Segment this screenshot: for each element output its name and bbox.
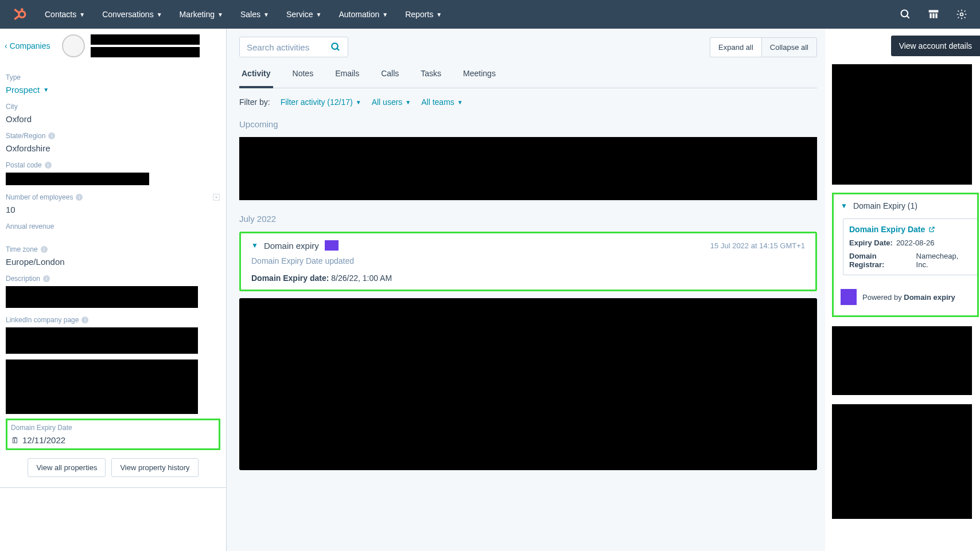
chevron-down-icon: ▼ bbox=[382, 11, 388, 18]
redacted-block bbox=[832, 404, 972, 519]
prop-revenue-label: Annual revenue bbox=[6, 222, 220, 230]
chevron-down-icon: ▼ bbox=[79, 11, 85, 18]
nav-conversations[interactable]: Conversations▼ bbox=[102, 10, 162, 19]
svg-rect-7 bbox=[930, 13, 931, 18]
prop-timezone-value[interactable]: Europe/London bbox=[6, 257, 220, 267]
nav-reports[interactable]: Reports▼ bbox=[405, 10, 442, 19]
svg-line-5 bbox=[907, 16, 909, 18]
marketplace-icon[interactable] bbox=[927, 7, 940, 21]
nav-automation[interactable]: Automation▼ bbox=[339, 10, 388, 19]
domain-expiry-record[interactable]: Domain Expiry Date Expiry Date:2022-08-2… bbox=[843, 218, 977, 275]
info-icon[interactable]: i bbox=[76, 194, 83, 201]
tab-notes[interactable]: Notes bbox=[290, 63, 316, 88]
search-input[interactable] bbox=[247, 42, 321, 52]
chevron-down-icon: ▼ bbox=[457, 99, 463, 105]
activity-subtitle: Domain Expiry Date updated bbox=[251, 256, 805, 265]
prop-description-label: Descriptioni bbox=[6, 275, 220, 283]
tab-activity[interactable]: Activity bbox=[239, 63, 273, 88]
chevron-down-icon: ▼ bbox=[157, 11, 162, 18]
settings-gear-icon[interactable] bbox=[955, 7, 969, 21]
expand-all-button[interactable]: Expand all bbox=[710, 37, 761, 57]
info-icon[interactable]: i bbox=[41, 246, 48, 253]
nav-service[interactable]: Service▼ bbox=[286, 10, 322, 19]
expiry-date-value: 2022-08-26 bbox=[896, 239, 935, 247]
prop-postal-label: Postal codei bbox=[6, 161, 220, 169]
collapse-chevron-icon[interactable]: ▼ bbox=[251, 241, 258, 249]
svg-point-12 bbox=[215, 196, 217, 198]
hubspot-logo[interactable] bbox=[11, 6, 28, 22]
nav-marketing[interactable]: Marketing▼ bbox=[180, 10, 223, 19]
redacted-text bbox=[91, 34, 200, 45]
expiry-date-label: Expiry Date: bbox=[849, 239, 893, 247]
company-name bbox=[91, 34, 200, 57]
svg-line-1 bbox=[14, 9, 20, 13]
prop-type-label: Type bbox=[6, 73, 220, 81]
svg-rect-6 bbox=[929, 10, 939, 13]
activity-title: Domain expiry bbox=[264, 241, 319, 251]
registrar-value: Namecheap, Inc. bbox=[916, 252, 971, 269]
chevron-down-icon: ▼ bbox=[405, 99, 411, 105]
chevron-down-icon: ▼ bbox=[217, 11, 223, 18]
filter-by-label: Filter by: bbox=[239, 97, 270, 107]
right-sidebar: View account details ▼ Domain Expiry (1)… bbox=[825, 29, 980, 551]
app-badge-icon bbox=[325, 240, 339, 251]
svg-point-10 bbox=[960, 13, 963, 16]
activity-panel: Expand all Collapse all Activity Notes E… bbox=[227, 29, 825, 551]
tab-tasks[interactable]: Tasks bbox=[418, 63, 444, 88]
activity-tabs: Activity Notes Emails Calls Tasks Meetin… bbox=[239, 63, 817, 88]
prop-city-label: City bbox=[6, 103, 220, 111]
chevron-down-icon: ▼ bbox=[316, 11, 322, 18]
info-icon[interactable]: i bbox=[81, 316, 88, 323]
redacted-text bbox=[91, 47, 200, 57]
activity-timestamp: 15 Jul 2022 at 14:15 GMT+1 bbox=[710, 241, 805, 250]
prop-domain-expiry-label: Domain Expiry Date bbox=[11, 424, 215, 432]
prop-linkedin-label: LinkedIn company pagei bbox=[6, 316, 220, 324]
tab-calls[interactable]: Calls bbox=[379, 63, 401, 88]
view-account-details-button[interactable]: View account details bbox=[891, 36, 980, 56]
filter-activity-dropdown[interactable]: Filter activity (12/17)▼ bbox=[281, 97, 361, 107]
view-all-properties-button[interactable]: View all properties bbox=[28, 458, 106, 477]
powered-by: Powered by Domain expiry bbox=[841, 289, 970, 305]
view-property-history-button[interactable]: View property history bbox=[111, 458, 198, 477]
collapse-chevron-icon[interactable]: ▼ bbox=[841, 202, 847, 210]
company-avatar[interactable] bbox=[62, 34, 85, 57]
left-sidebar: ‹Companies Type Prospect▼ City Oxford St… bbox=[0, 29, 227, 551]
prop-city-value[interactable]: Oxford bbox=[6, 114, 220, 124]
info-icon[interactable]: i bbox=[45, 162, 52, 169]
prop-type-value[interactable]: Prospect▼ bbox=[6, 85, 220, 95]
prop-state-value[interactable]: Oxfordshire bbox=[6, 143, 220, 153]
prop-domain-expiry-value[interactable]: 🗓 12/11/2022 bbox=[11, 435, 215, 445]
prop-timezone-label: Time zonei bbox=[6, 245, 220, 253]
info-icon[interactable]: i bbox=[48, 132, 55, 139]
domain-expiry-link[interactable]: Domain Expiry Date bbox=[849, 225, 971, 234]
top-navbar: Contacts▼ Conversations▼ Marketing▼ Sale… bbox=[0, 0, 980, 29]
tab-emails[interactable]: Emails bbox=[333, 63, 361, 88]
svg-line-2 bbox=[14, 15, 20, 19]
prop-state-label: State/Regioni bbox=[6, 132, 220, 140]
nav-sales[interactable]: Sales▼ bbox=[240, 10, 269, 19]
chevron-left-icon: ‹ bbox=[5, 41, 7, 50]
nav-contacts[interactable]: Contacts▼ bbox=[45, 10, 85, 19]
svg-line-14 bbox=[337, 48, 339, 50]
domain-expiry-property: Domain Expiry Date 🗓 12/11/2022 bbox=[6, 419, 220, 450]
tab-meetings[interactable]: Meetings bbox=[461, 63, 498, 88]
section-title: Domain Expiry (1) bbox=[853, 201, 917, 210]
hubspot-data-icon bbox=[212, 193, 220, 201]
search-icon[interactable] bbox=[330, 42, 341, 52]
filter-users-dropdown[interactable]: All users▼ bbox=[372, 97, 411, 107]
calendar-icon: 🗓 bbox=[11, 436, 19, 445]
info-icon[interactable]: i bbox=[43, 275, 50, 282]
prop-employees-value[interactable]: 10 bbox=[6, 205, 220, 214]
prop-employees-label: Number of employeesi bbox=[6, 193, 83, 201]
redacted-text bbox=[6, 173, 149, 185]
filter-teams-dropdown[interactable]: All teams▼ bbox=[421, 97, 462, 107]
domain-expiry-activity-card: ▼ Domain expiry 15 Jul 2022 at 14:15 GMT… bbox=[239, 232, 817, 291]
external-link-icon bbox=[928, 226, 935, 233]
search-icon[interactable] bbox=[899, 7, 912, 21]
collapse-all-button[interactable]: Collapse all bbox=[761, 37, 817, 57]
redacted-text bbox=[6, 327, 198, 354]
app-badge-icon bbox=[841, 289, 857, 305]
search-activities-box[interactable] bbox=[239, 37, 348, 57]
redacted-activity-card bbox=[239, 298, 817, 470]
back-companies-link[interactable]: ‹Companies bbox=[5, 41, 50, 50]
